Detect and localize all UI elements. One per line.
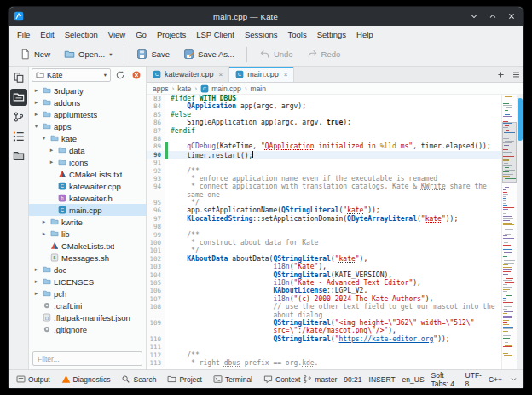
- tree-item-gitignore[interactable]: .gitignore: [29, 323, 146, 335]
- tree-item-data[interactable]: ▸data: [29, 144, 146, 156]
- code-line[interactable]: 85#else: [147, 111, 501, 119]
- breadcrumb-item-main-cpp[interactable]: Cmain.cpp: [200, 84, 241, 93]
- code-view[interactable]: 83#ifdef WITH_DBUS84 QApplication app(ar…: [147, 95, 501, 369]
- filter-input[interactable]: [32, 351, 142, 366]
- code-line[interactable]: 83#ifdef WITH_DBUS: [147, 95, 501, 102]
- expand-arrow-icon[interactable]: ▸: [32, 266, 40, 273]
- tree-item-appiumtests[interactable]: ▸appiumtests: [29, 108, 146, 120]
- tree-item-pch[interactable]: ▸pch: [29, 288, 146, 299]
- expand-arrow-icon[interactable]: ▸: [32, 278, 40, 285]
- statusbar-output-button[interactable]: Output: [14, 373, 53, 386]
- breadcrumb-item-main[interactable]: main: [251, 84, 266, 93]
- expand-arrow-icon[interactable]: ▸: [32, 111, 40, 118]
- project-reload-button[interactable]: [113, 68, 127, 82]
- tree-item-cmakelists-txt[interactable]: CMakeLists.txt: [29, 240, 146, 252]
- status-c[interactable]: C++: [489, 375, 502, 384]
- menu-lsp-client[interactable]: LSP Client: [191, 28, 240, 41]
- tree-item-addons[interactable]: ▸addons: [29, 96, 146, 108]
- menu-view[interactable]: View: [103, 28, 130, 41]
- code-line[interactable]: 84 QApplication app(argc, argv);: [147, 102, 501, 110]
- expand-arrow-icon[interactable]: ▸: [40, 230, 48, 237]
- statusbar-diagnostics-button[interactable]: Diagnostics: [59, 373, 113, 386]
- code-line[interactable]: 104 QStringLiteral(KATE_VERSION),: [147, 271, 501, 279]
- code-line[interactable]: 108 // use the other text field to get o…: [147, 303, 501, 311]
- symbols-toolview-button[interactable]: [10, 128, 27, 145]
- tree-item-katewaiter-cpp[interactable]: Ckatewaiter.cpp: [29, 180, 146, 192]
- statusbar-terminal-button[interactable]: Terminal: [211, 373, 255, 386]
- close-button[interactable]: [505, 9, 518, 23]
- menu-help[interactable]: Help: [351, 28, 379, 41]
- collapse-arrow-icon[interactable]: ▾: [40, 135, 48, 142]
- tree-item-kwrite[interactable]: ▸kwrite: [29, 216, 146, 228]
- tree-item-cmakelists-txt[interactable]: CMakeLists.txt: [29, 168, 146, 180]
- expand-arrow-icon[interactable]: ▸: [32, 290, 40, 297]
- code-line[interactable]: src=\":/kate/mascot.png\"/>"),: [147, 327, 501, 334]
- code-line[interactable]: 86 SingleApplication app(argc, argv, tru…: [147, 119, 501, 126]
- code-line[interactable]: 100 * construct about data for Kate: [147, 239, 501, 247]
- code-line[interactable]: 96 app.setApplicationName(QStringLiteral…: [147, 206, 501, 214]
- titlebar[interactable]: main.cpp — Kate: [9, 7, 523, 26]
- status-en-us[interactable]: en_US: [402, 375, 425, 384]
- git-toolview-button[interactable]: [10, 108, 27, 125]
- status-insert[interactable]: INSERT: [369, 375, 396, 384]
- statusbar-context-button[interactable]: Context: [261, 373, 303, 386]
- code-line[interactable]: 88: [147, 135, 501, 142]
- expand-arrow-icon[interactable]: ▸: [32, 99, 40, 106]
- code-line[interactable]: 97 KLocalizedString::setApplicationDomai…: [147, 215, 501, 223]
- code-line[interactable]: 113 * right dbus prefix == org.kde.: [147, 359, 501, 367]
- expand-arrow-icon[interactable]: ▸: [32, 87, 40, 94]
- menu-settings[interactable]: Settings: [312, 28, 351, 41]
- code-line[interactable]: 92 /**: [147, 167, 501, 175]
- code-line[interactable]: 94 * connect application with translatio…: [147, 183, 501, 190]
- code-line[interactable]: 107 i18n("(c) 2000-2024 The Kate Authors…: [147, 295, 501, 303]
- scrollbar-thumb[interactable]: [518, 98, 523, 141]
- tab-katewaiter-cpp[interactable]: Ckatewaiter.cpp×: [147, 67, 229, 82]
- tree-item-flatpak-manifest-json[interactable]: { }.flatpak-manifest.json: [29, 311, 146, 323]
- code-line[interactable]: 103 i18n("Kate"),: [147, 263, 501, 270]
- maximize-button[interactable]: [486, 9, 500, 23]
- status-soft-tabs-4[interactable]: Soft Tabs: 4: [431, 371, 459, 388]
- plus-button[interactable]: [493, 67, 508, 82]
- code-line[interactable]: 91: [147, 159, 501, 166]
- code-line[interactable]: 95 */: [147, 199, 501, 206]
- code-line[interactable]: 109 QStringLiteral("<img height=\"362\" …: [147, 319, 501, 327]
- tree-item-katewaiter-h[interactable]: hkatewaiter.h: [29, 192, 146, 204]
- save-button[interactable]: Save: [130, 45, 176, 63]
- code-line[interactable]: 99 /**: [147, 231, 501, 239]
- code-line[interactable]: 105 i18n("Kate - Advanced Text Editor"),: [147, 279, 501, 287]
- status-utf-8[interactable]: UTF-8: [466, 371, 482, 388]
- tree-item-apps[interactable]: ▾apps: [29, 120, 146, 132]
- code-line[interactable]: 111: [147, 343, 501, 351]
- statusbar-project-button[interactable]: Project: [165, 373, 204, 386]
- menu-projects[interactable]: Projects: [152, 28, 191, 41]
- code-line[interactable]: 101 */: [147, 247, 501, 254]
- minimap-slider[interactable]: [502, 122, 517, 183]
- tab-main-cpp[interactable]: Cmain.cpp×: [229, 67, 294, 82]
- statusbar-search-button[interactable]: Search: [119, 373, 159, 386]
- code-line[interactable]: 106 KAboutLicense::LGPL_V2,: [147, 287, 501, 294]
- code-line[interactable]: 110 QStringLiteral("https://kate-editor.…: [147, 335, 501, 343]
- filesystem-toolview-button[interactable]: [10, 148, 27, 165]
- projects-toolview-button[interactable]: [10, 89, 27, 106]
- tree-item-licenses[interactable]: ▸LICENSES: [29, 276, 146, 288]
- tree-item-messages-sh[interactable]: $Messages.sh: [29, 252, 146, 264]
- new-button[interactable]: New: [14, 45, 56, 63]
- status-master[interactable]: master: [303, 375, 337, 384]
- minimap[interactable]: [501, 95, 517, 369]
- tab-close-icon[interactable]: ×: [219, 71, 223, 78]
- menu-file[interactable]: File: [12, 28, 35, 41]
- status-90-21[interactable]: 90:21: [344, 375, 361, 384]
- expand-arrow-icon[interactable]: ▸: [40, 218, 48, 225]
- code-line[interactable]: 112 /**: [147, 351, 501, 359]
- project-close-button[interactable]: [130, 68, 143, 82]
- breadcrumb-item-apps[interactable]: apps: [153, 84, 168, 93]
- breadcrumb-item-kate[interactable]: kate: [177, 84, 191, 93]
- tab-close-icon[interactable]: ×: [284, 71, 288, 78]
- tree-item-craft-ini[interactable]: .craft.ini: [29, 299, 146, 311]
- open-button[interactable]: Open...▾: [58, 45, 118, 63]
- collapse-arrow-icon[interactable]: ▾: [32, 123, 40, 130]
- tree-item-main-cpp[interactable]: Cmain.cpp: [29, 204, 146, 216]
- menu-go[interactable]: Go: [130, 28, 152, 41]
- code-line[interactable]: 87#endif: [147, 127, 501, 135]
- code-line[interactable]: same one: [147, 191, 501, 199]
